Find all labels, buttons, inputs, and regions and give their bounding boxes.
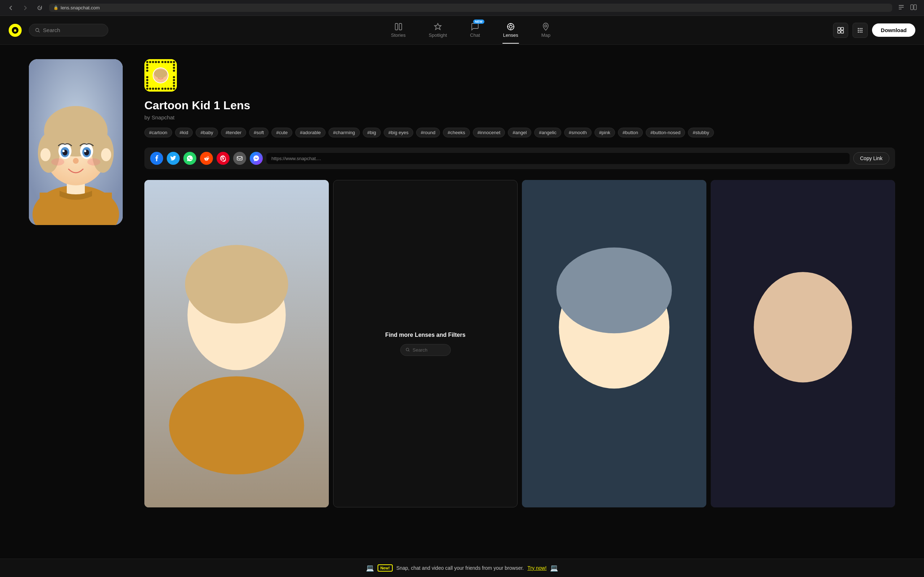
svg-point-62 <box>162 88 163 90</box>
share-email[interactable] <box>233 152 246 165</box>
apps-button[interactable] <box>853 23 868 38</box>
related-card-3[interactable] <box>522 180 706 508</box>
lens-tag[interactable]: #innocenet <box>473 128 505 137</box>
svg-point-69 <box>146 69 149 72</box>
lens-tag[interactable]: #charming <box>328 128 360 137</box>
nav-item-stories[interactable]: Stories <box>386 19 410 41</box>
share-facebook[interactable] <box>150 152 163 165</box>
svg-point-79 <box>173 82 175 84</box>
svg-point-23 <box>860 31 861 32</box>
forward-button[interactable] <box>20 3 30 12</box>
svg-rect-0 <box>899 5 904 6</box>
nav-item-spotlight[interactable]: Spotlight <box>425 19 452 41</box>
stories-icon <box>394 23 403 31</box>
refresh-button[interactable] <box>35 3 45 12</box>
svg-point-73 <box>146 85 149 87</box>
svg-point-16 <box>858 28 859 29</box>
back-button[interactable] <box>6 3 16 12</box>
svg-point-52 <box>162 61 163 63</box>
bottom-bar: 💻 New! Snap, chat and video call your fr… <box>0 559 924 577</box>
snapcode-svg <box>144 59 177 92</box>
find-more-card: Find more Lenses and Filters <box>333 180 518 508</box>
browser-actions <box>897 3 918 13</box>
new-label: New! <box>378 564 393 572</box>
svg-rect-4 <box>914 5 916 10</box>
svg-point-51 <box>158 61 160 63</box>
find-more-search-bar[interactable] <box>400 344 451 356</box>
lens-tag[interactable]: #big eyes <box>384 128 413 137</box>
grid-view-icon <box>837 27 844 34</box>
related-card-4[interactable] <box>711 180 895 508</box>
svg-point-41 <box>73 158 79 164</box>
lens-tag[interactable]: #baby <box>195 128 218 137</box>
share-twitter[interactable] <box>167 152 180 165</box>
find-more-search-input[interactable] <box>412 347 445 353</box>
browser-chrome: 🔒 lens.snapchat.com <box>0 0 924 16</box>
lens-author: by Snapchat <box>144 114 895 121</box>
svg-point-50 <box>155 61 157 63</box>
reader-view-button[interactable] <box>897 3 906 13</box>
svg-point-22 <box>858 31 859 32</box>
lens-tag[interactable]: #stubby <box>688 128 714 137</box>
split-view-button[interactable] <box>909 3 918 13</box>
snapcode <box>144 59 177 92</box>
nav-item-map[interactable]: Map <box>537 19 555 41</box>
lenses-icon <box>506 23 515 31</box>
snap-logo[interactable] <box>9 24 22 37</box>
related-card-1[interactable] <box>144 180 329 508</box>
lens-tag[interactable]: #cartoon <box>144 128 172 137</box>
related-preview-3 <box>522 180 706 508</box>
lens-tag[interactable]: #smooth <box>564 128 591 137</box>
svg-rect-15 <box>841 31 843 33</box>
lens-tag[interactable]: #button-nosed <box>646 128 685 137</box>
svg-point-74 <box>173 64 175 66</box>
svg-point-40 <box>84 150 86 152</box>
svg-point-21 <box>861 29 863 31</box>
svg-point-11 <box>544 25 547 27</box>
spotlight-icon <box>433 23 442 31</box>
laptop-icon-left: 💻 <box>366 564 374 572</box>
svg-point-45 <box>101 148 111 161</box>
svg-point-53 <box>164 61 166 63</box>
copy-link-button[interactable]: Copy Link <box>853 152 889 164</box>
stories-label: Stories <box>391 32 405 38</box>
svg-point-78 <box>173 79 175 81</box>
lens-tag[interactable]: #pink <box>594 128 615 137</box>
lens-tag[interactable]: #angel <box>508 128 531 137</box>
main-content: Cartoon Kid 1 Lens by Snapchat #cartoon#… <box>0 45 924 559</box>
svg-point-97 <box>557 247 672 333</box>
lens-tag[interactable]: #big <box>363 128 381 137</box>
apps-icon <box>856 27 864 34</box>
share-pinterest[interactable] <box>216 152 229 165</box>
lens-tag[interactable]: #kid <box>175 128 193 137</box>
share-reddit[interactable] <box>200 152 213 165</box>
related-preview-4 <box>711 180 895 508</box>
lens-tag[interactable]: #round <box>416 128 440 137</box>
nav-item-lenses[interactable]: Lenses <box>499 19 523 41</box>
svg-point-19 <box>858 29 859 31</box>
tags-container: #cartoon#kid#baby#tender#soft#cute#adora… <box>144 128 895 137</box>
lens-tag[interactable]: #adorable <box>295 128 326 137</box>
svg-point-93 <box>169 376 304 474</box>
search-bar[interactable] <box>29 24 108 36</box>
try-now-link[interactable]: Try now! <box>527 565 546 571</box>
lens-tag[interactable]: #cheeks <box>443 128 470 137</box>
share-messenger[interactable] <box>250 152 263 165</box>
lens-tag[interactable]: #soft <box>249 128 268 137</box>
svg-point-66 <box>173 88 175 90</box>
nav-item-chat[interactable]: NEW Chat <box>465 19 484 41</box>
svg-point-99 <box>754 272 852 382</box>
search-input[interactable] <box>43 27 102 33</box>
lenses-label: Lenses <box>503 32 518 38</box>
svg-rect-3 <box>911 5 913 10</box>
address-bar[interactable]: 🔒 lens.snapchat.com <box>49 3 892 12</box>
grid-view-button[interactable] <box>833 23 848 38</box>
lens-tag[interactable]: #angelic <box>534 128 561 137</box>
lens-tag[interactable]: #tender <box>221 128 246 137</box>
share-row: https://www.snapchat.... Copy Link <box>144 148 895 169</box>
spotlight-label: Spotlight <box>429 32 447 38</box>
lens-tag[interactable]: #cute <box>271 128 292 137</box>
lens-tag[interactable]: #button <box>618 128 643 137</box>
download-button[interactable]: Download <box>872 23 915 37</box>
share-whatsapp[interactable] <box>183 152 196 165</box>
